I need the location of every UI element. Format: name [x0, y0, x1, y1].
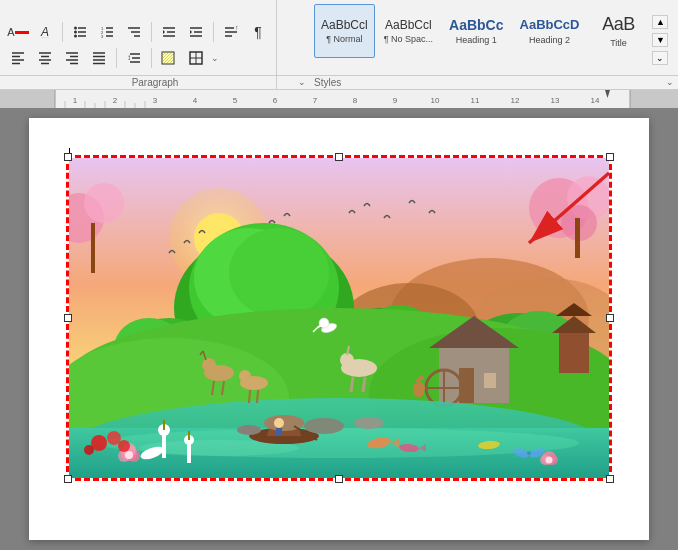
style-nospace-label: ¶ No Spac... — [384, 34, 433, 44]
svg-point-98 — [229, 228, 329, 318]
style-nospace-preview: AaBbCcl — [385, 18, 432, 32]
separator-3 — [213, 22, 214, 42]
style-heading1-button[interactable]: AaBbCc Heading 1 — [442, 4, 510, 58]
align-right-button[interactable] — [60, 47, 84, 69]
svg-text:4: 4 — [193, 96, 198, 105]
decrease-indent-button[interactable] — [157, 21, 181, 43]
align-center-button[interactable] — [33, 47, 57, 69]
selected-image-container[interactable] — [69, 158, 609, 478]
svg-point-166 — [118, 440, 130, 452]
bullets-icon — [73, 25, 87, 39]
resize-handle-middle-left[interactable] — [64, 314, 72, 322]
svg-text:10: 10 — [431, 96, 440, 105]
borders-button[interactable] — [184, 47, 208, 69]
svg-text:↑↓: ↑↓ — [235, 25, 238, 31]
style-normal-label: ¶ Normal — [326, 34, 362, 44]
svg-text:2: 2 — [113, 96, 118, 105]
align-left-icon — [11, 51, 25, 65]
justify-button[interactable] — [87, 47, 111, 69]
svg-text:3: 3 — [153, 96, 158, 105]
ruler-svg: 1 2 3 4 5 6 7 8 9 10 11 12 13 14 — [0, 90, 678, 108]
svg-marker-22 — [190, 30, 192, 34]
svg-rect-170 — [163, 420, 165, 430]
resize-handle-top-right[interactable] — [606, 153, 614, 161]
svg-point-93 — [84, 183, 124, 223]
svg-point-149 — [414, 389, 424, 397]
svg-rect-91 — [575, 218, 580, 258]
style-title-button[interactable]: AaB Title — [588, 4, 648, 58]
multilevel-icon — [127, 25, 141, 39]
show-formatting-button[interactable]: ¶ — [246, 21, 270, 43]
svg-rect-177 — [527, 451, 531, 455]
document-page — [29, 118, 649, 540]
font-color-button[interactable]: A — [6, 21, 30, 43]
pilcrow-icon: ¶ — [254, 24, 262, 40]
style-heading1-preview: AaBbCc — [449, 17, 503, 34]
numbering-button[interactable]: 123 — [95, 21, 119, 43]
sort-button[interactable]: ↑↓ — [219, 21, 243, 43]
style-title-preview: AaB — [602, 14, 635, 36]
svg-line-141 — [249, 390, 250, 403]
separator-5 — [151, 48, 152, 68]
svg-rect-116 — [559, 333, 589, 373]
decrease-indent-icon — [162, 25, 176, 39]
increase-indent-button[interactable] — [184, 21, 208, 43]
shading-button[interactable] — [157, 47, 181, 69]
styles-scroll-down[interactable]: ▼ — [652, 33, 668, 47]
shading-icon — [161, 51, 177, 65]
svg-rect-49 — [162, 52, 174, 64]
nature-scene-image — [69, 158, 609, 478]
style-normal-button[interactable]: AaBbCcl ¶ Normal — [314, 4, 375, 58]
resize-handle-bottom-left[interactable] — [64, 475, 72, 483]
line-spacing-icon: ↕ — [127, 51, 141, 65]
align-center-icon — [38, 51, 52, 65]
svg-point-144 — [340, 353, 354, 367]
svg-point-180 — [237, 425, 261, 435]
svg-rect-127 — [276, 428, 282, 436]
svg-text:1: 1 — [73, 96, 78, 105]
svg-rect-94 — [91, 223, 95, 273]
styles-more[interactable]: ⌄ — [652, 51, 668, 65]
align-right-icon — [65, 51, 79, 65]
resize-handle-bottom-middle[interactable] — [335, 475, 343, 483]
svg-text:12: 12 — [511, 96, 520, 105]
borders-icon — [189, 51, 203, 65]
separator-4 — [116, 48, 117, 68]
svg-point-4 — [74, 30, 77, 33]
styles-scroll-up[interactable]: ▲ — [652, 15, 668, 29]
svg-rect-172 — [187, 443, 191, 463]
style-heading2-button[interactable]: AaBbCcD Heading 2 — [513, 4, 587, 58]
align-left-button[interactable] — [6, 47, 30, 69]
svg-text:14: 14 — [591, 96, 600, 105]
styles-dialog-launcher[interactable]: ⌄ — [666, 77, 674, 88]
resize-handle-top-left[interactable] — [64, 153, 72, 161]
style-nospace-button[interactable]: AaBbCcl ¶ No Spac... — [377, 4, 440, 58]
bullets-button[interactable] — [68, 21, 92, 43]
line-spacing-button[interactable]: ↕ — [122, 47, 146, 69]
svg-point-3 — [74, 26, 77, 29]
style-heading1-label: Heading 1 — [456, 35, 497, 45]
multilevel-list-button[interactable] — [122, 21, 146, 43]
styles-section: AaBbCcl ¶ Normal AaBbCcl ¶ No Spac... Aa… — [310, 0, 678, 89]
svg-text:3: 3 — [101, 33, 104, 38]
paragraph-section-label: Paragraph ⌄ — [0, 75, 310, 89]
style-normal-preview: AaBbCcl — [321, 18, 368, 32]
svg-text:9: 9 — [393, 96, 398, 105]
svg-point-178 — [304, 418, 344, 434]
paragraph-label-text: Paragraph — [132, 77, 179, 88]
svg-text:5: 5 — [233, 96, 238, 105]
resize-handle-top-middle[interactable] — [335, 153, 343, 161]
svg-marker-18 — [163, 30, 165, 34]
svg-text:13: 13 — [551, 96, 560, 105]
svg-point-179 — [354, 417, 384, 429]
svg-point-126 — [274, 418, 284, 428]
styles-scroll-buttons: ▲ ▼ ⌄ — [650, 4, 670, 75]
resize-handle-middle-right[interactable] — [606, 314, 614, 322]
paragraph-dialog-launcher[interactable]: ⌄ — [298, 77, 306, 87]
document-area[interactable] — [0, 108, 678, 550]
resize-handle-bottom-right[interactable] — [606, 475, 614, 483]
highlight-button[interactable]: A — [33, 21, 57, 43]
paragraph-expand-icon[interactable]: ⌄ — [211, 53, 219, 63]
toolbar-row-2: ↕ ⌄ — [6, 47, 270, 69]
ruler: 1 2 3 4 5 6 7 8 9 10 11 12 13 14 — [0, 90, 678, 108]
